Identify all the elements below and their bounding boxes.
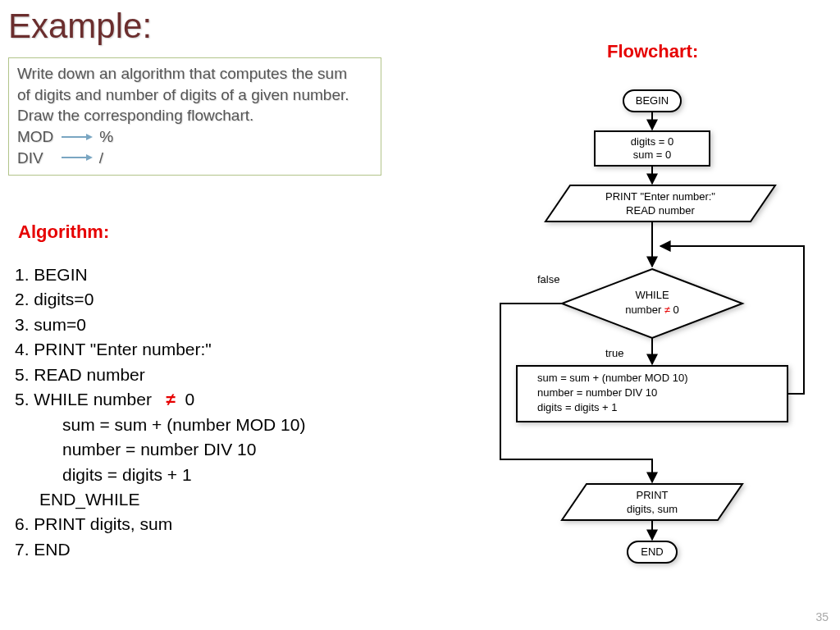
algo-step: 5. WHILE number ≠ 0 [15, 387, 305, 412]
flow-decision-1: WHILE [635, 289, 669, 301]
flow-init-2: sum = 0 [633, 148, 672, 161]
flow-end: END [641, 546, 663, 558]
algo-step: 6. PRINT digits, sum [15, 512, 305, 536]
algo-step: END_WHILE [15, 487, 305, 512]
algo-step: 4. PRINT "Enter number:" [15, 337, 305, 362]
neq-icon: ≠ [166, 390, 176, 409]
mod-label: MOD [17, 126, 53, 148]
algo-step: 7. END [15, 537, 305, 562]
page-title: Example: [8, 7, 152, 46]
svg-marker-1 [86, 134, 93, 140]
flow-false-label: false [537, 273, 559, 285]
algo-step: 5. READ number [15, 363, 305, 387]
arrow-icon [60, 132, 93, 142]
flow-io-2: READ number [626, 204, 695, 217]
problem-line: Write down an algorithm that computes th… [17, 63, 372, 84]
algorithm-heading: Algorithm: [18, 221, 109, 243]
mod-mapping-row: MOD % [17, 126, 372, 148]
flow-body-2: number = number DIV 10 [537, 386, 657, 399]
flow-out-2: digits, sum [627, 503, 678, 515]
algo-step: 3. sum=0 [15, 313, 305, 337]
problem-statement-box: Write down an algorithm that computes th… [8, 57, 381, 176]
arrow-icon [60, 153, 93, 162]
flowchart-diagram: BEGIN digits = 0 sum = 0 PRINT "Enter nu… [459, 82, 820, 591]
flow-io-1: PRINT "Enter number:" [605, 190, 715, 203]
mod-symbol: % [99, 126, 113, 148]
algo-step-text: 5. WHILE number [15, 390, 157, 409]
problem-line: Draw the corresponding flowchart. [17, 105, 372, 126]
algo-step: 2. digits=0 [15, 287, 305, 312]
flow-body-3: digits = digits + 1 [537, 401, 618, 413]
flow-decision-2: number ≠ 0 [625, 304, 679, 316]
page-number: 35 [815, 610, 829, 623]
flow-body-1: sum = sum + (number MOD 10) [537, 372, 688, 384]
flow-begin: BEGIN [636, 94, 669, 107]
algo-step-text: 0 [180, 390, 195, 409]
svg-marker-3 [86, 154, 93, 161]
algo-step: digits = digits + 1 [15, 463, 305, 487]
div-label: DIV [17, 148, 43, 169]
algo-step: sum = sum + (number MOD 10) [15, 413, 305, 437]
problem-line: of digits and number of digits of a give… [17, 84, 372, 106]
algo-step: number = number DIV 10 [15, 437, 305, 462]
div-mapping-row: DIV / [17, 148, 372, 169]
flow-out-1: PRINT [637, 489, 669, 501]
algo-step: 1. BEGIN [15, 262, 305, 287]
flow-true-label: true [605, 347, 623, 359]
flow-init-1: digits = 0 [631, 135, 673, 148]
flowchart-heading: Flowchart: [607, 41, 698, 62]
algorithm-steps: 1. BEGIN 2. digits=0 3. sum=0 4. PRINT "… [15, 262, 305, 562]
div-symbol: / [99, 148, 103, 169]
